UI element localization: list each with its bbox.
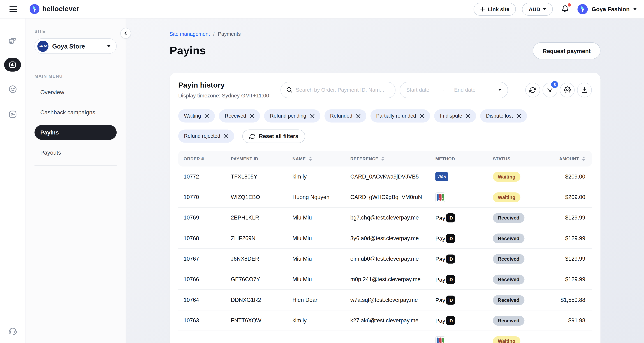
table-row-partial[interactable]: JCB Waiting [178,331,592,343]
filter-chip-received[interactable]: Received [219,109,260,122]
sort-icon[interactable] [309,157,312,161]
reset-all-filters-button[interactable]: Reset all filters [242,129,305,143]
status-cell: Received [488,254,526,264]
order-cell: 10769 [178,215,226,221]
account-avatar [578,4,588,14]
request-payment-button[interactable]: Request payment [533,43,600,59]
close-icon[interactable] [356,114,360,118]
close-icon[interactable] [516,114,521,118]
table-row[interactable]: 10763 FNTT6XQW kim ly k27.ak6@test.cleve… [178,310,592,331]
table-row[interactable]: 10764 DDNXG1R2 Hien Doan w7a.sql@test.cl… [178,290,592,310]
search-input[interactable] [296,87,390,93]
sidebar-collapse-button[interactable] [120,28,131,39]
filter-chip-dispute-lost[interactable]: Dispute lost [480,109,527,122]
close-icon[interactable] [466,114,470,118]
link-site-label: Link site [488,6,510,12]
chip-label: Partially refunded [376,113,416,119]
date-separator: - [442,87,444,93]
chevron-down-icon [543,8,546,10]
payments-icon[interactable] [8,36,18,46]
sort-icon[interactable] [582,157,585,161]
filter-chip-partially-refunded[interactable]: Partially refunded [370,109,430,122]
date-range-picker[interactable]: Start date - End date [400,82,508,98]
amount-cell: $129.99 [526,269,592,289]
site-selector[interactable]: GOYA Goya Store [34,38,116,54]
breadcrumb-site-management[interactable]: Site management [170,31,210,37]
column-header-name[interactable]: NAME [287,156,345,161]
chip-label: Refund rejected [184,133,220,139]
main-menu: Overview Cashback campaigns Payins Payou… [34,85,116,160]
table-row[interactable]: 10772 TFXL805Y kim ly CARD_0ACvKwa9jDVJV… [178,166,592,187]
filter-chip-in-dispute[interactable]: In dispute [434,109,476,122]
account-name: Goya Fashion [592,6,630,13]
chevron-down-icon [498,89,502,91]
payid-icon: PayiD [435,254,455,263]
name-cell: Huong Nguyen [287,194,345,200]
close-icon[interactable] [250,114,254,118]
status-badge: Received [493,254,524,264]
column-header-order: ORDER # [178,156,226,161]
filter-button[interactable]: 8 [542,83,557,97]
table-row[interactable]: 10769 2EPH1KLR Miu Miu bg7.chq@test.clev… [178,208,592,228]
smiley-icon[interactable] [8,84,18,94]
column-header-reference[interactable]: REFERENCE [345,156,430,161]
name-cell: Miu Miu [287,215,345,221]
account-menu[interactable]: Goya Fashion [578,4,636,14]
table-row[interactable]: 10770 WIZQ1EBO Huong Nguyen CARD_gWHC9gB… [178,187,592,208]
sidebar-item-overview[interactable]: Overview [34,85,116,99]
status-badge: Received [493,213,524,223]
status-badge: Waiting [493,336,520,343]
amount-cell: $209.00 [526,187,592,207]
amount-cell: $129.99 [526,208,592,228]
sidebar-item-cashback-campaigns[interactable]: Cashback campaigns [34,105,116,120]
link-site-button[interactable]: Link site [474,3,516,16]
sidebar-item-payouts[interactable]: Payouts [34,145,116,160]
table-header-row: ORDER # PAYMENT ID NAME REFERENCE METHOD… [178,151,592,166]
refresh-button[interactable] [525,83,540,97]
table-row[interactable]: 10767 J6NX8DER Miu Miu eim.ub0@test.clev… [178,249,592,269]
close-icon[interactable] [224,134,228,138]
status-cell: Waiting [488,336,526,343]
filter-chip-refund-pending[interactable]: Refund pending [264,109,320,122]
filter-chip-refund-rejected[interactable]: Refund rejected [178,129,234,143]
site-selector-value: Goya Store [52,43,104,50]
payment-id-cell: WIZQ1EBO [226,194,287,200]
close-icon[interactable] [310,114,314,118]
name-cell: Hien Doan [287,297,345,303]
close-icon[interactable] [204,114,209,118]
order-cell: 10772 [178,173,226,180]
filter-chip-waiting[interactable]: Waiting [178,109,215,122]
sort-icon[interactable] [381,157,384,161]
helloclever-logo-icon [30,4,40,14]
currency-selector[interactable]: AUD [522,3,553,16]
icon-rail [0,19,26,343]
payid-icon: PayiD [435,275,455,284]
chip-label: Waiting [184,113,201,119]
payment-id-cell: 2EPH1KLR [226,215,287,221]
support-headset-icon[interactable] [7,325,18,336]
chevron-down-icon [634,8,637,10]
filter-count-badge: 8 [551,81,558,88]
hamburger-menu-icon[interactable] [8,5,18,14]
sidebar-item-payins[interactable]: Payins [34,125,116,140]
close-icon[interactable] [420,114,424,118]
sidebar-divider [34,165,116,166]
search-box[interactable] [280,82,396,98]
status-badge: Received [493,233,524,243]
reports-nav-active[interactable] [4,58,21,71]
filter-chip-refunded[interactable]: Refunded [324,109,366,122]
refresh-icon [250,133,255,139]
export-button[interactable] [577,83,592,97]
settings-button[interactable] [560,83,574,97]
api-key-icon[interactable] [8,109,18,119]
table-row[interactable]: 10768 ZLIF269N Miu Miu 3y6.a0d@test.clev… [178,228,592,249]
column-header-method: METHOD [430,156,488,161]
reference-cell: m0p.241@test.cleverpay.me [345,276,430,282]
method-cell: JCB [430,192,488,202]
search-icon [286,87,292,93]
column-header-amount[interactable]: AMOUNT [526,156,592,161]
notifications-button[interactable] [561,5,570,14]
status-badge: Waiting [493,192,520,202]
table-row[interactable]: 10766 GE76CO7Y Miu Miu m0p.241@test.clev… [178,269,592,290]
jcb-icon: JCB [435,336,445,343]
